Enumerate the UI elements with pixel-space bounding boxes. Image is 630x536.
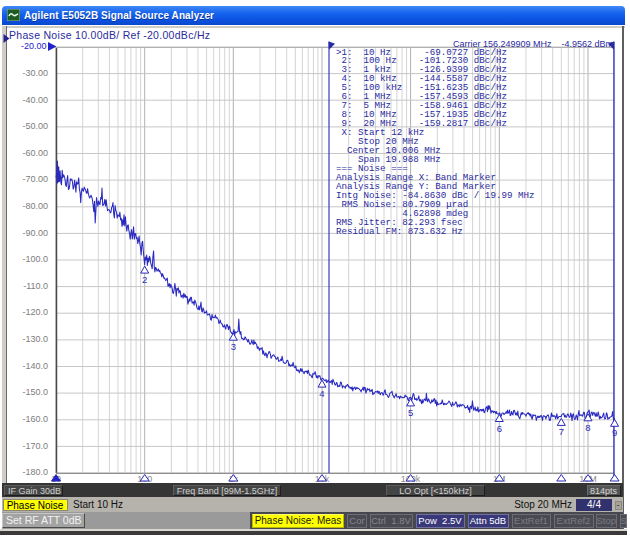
svg-text:7: 7 — [558, 426, 563, 437]
svg-text:2: 2 — [142, 274, 147, 285]
svg-text:4: 4 — [319, 388, 324, 399]
svg-text:9: 9 — [611, 427, 616, 438]
svg-text:3: 3 — [230, 341, 235, 352]
svg-text:6: 6 — [496, 422, 501, 433]
svg-text:8: 8 — [585, 421, 590, 432]
svg-text:5: 5 — [407, 407, 412, 418]
